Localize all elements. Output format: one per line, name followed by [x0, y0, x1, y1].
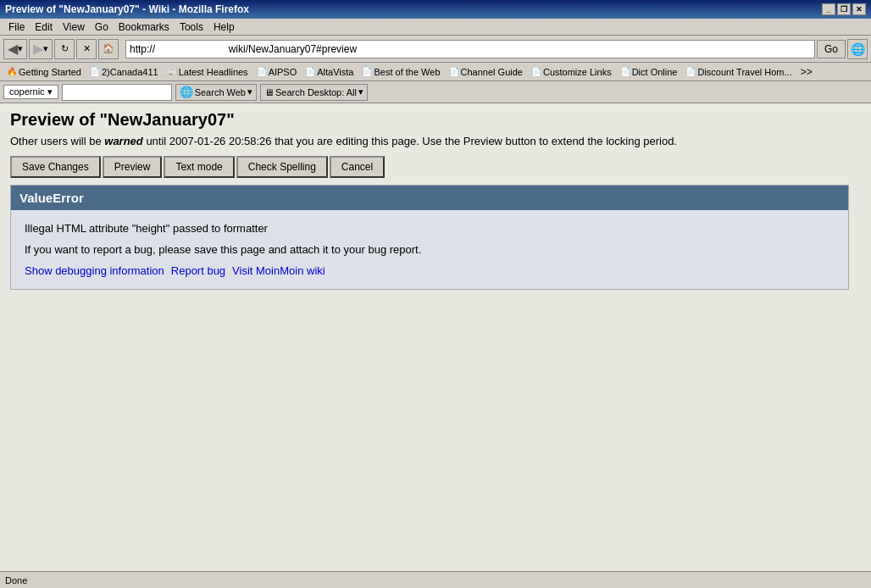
reload-icon: ↻: [61, 43, 69, 54]
home-icon: 🏠: [103, 43, 114, 54]
desktop-search-icon: 🖥: [264, 87, 274, 97]
bookmark-latest-headlines[interactable]: 📰 Latest Headlines: [164, 66, 252, 78]
bookmark-icon-5: 📄: [362, 67, 372, 76]
bookmark-icon-3: 📄: [257, 67, 267, 76]
minimize-button[interactable]: _: [822, 3, 835, 15]
go-button[interactable]: Go: [817, 40, 846, 58]
copernic-dropdown[interactable]: copernic ▾: [3, 85, 58, 99]
back-button[interactable]: ◀▾: [3, 39, 27, 59]
bookmark-altavista[interactable]: 📄 AltaVista: [302, 66, 357, 78]
bookmark-canada411[interactable]: 📄 2)Canada411: [86, 66, 162, 78]
menu-go[interactable]: Go: [90, 19, 114, 35]
menu-bookmarks[interactable]: Bookmarks: [114, 19, 175, 35]
cancel-button[interactable]: Cancel: [330, 156, 385, 178]
search-web-button[interactable]: 🌐 Search Web ▾: [175, 84, 257, 101]
titlebar: Preview of "NewJanuary07" - Wiki - Mozil…: [0, 0, 871, 19]
window-title: Preview of "NewJanuary07" - Wiki - Mozil…: [5, 3, 822, 15]
menu-help[interactable]: Help: [208, 19, 240, 35]
home-button[interactable]: 🏠: [98, 39, 119, 59]
bookmark-channel-guide[interactable]: 📄 Channel Guide: [446, 66, 526, 78]
search-input[interactable]: [62, 84, 172, 101]
menu-file[interactable]: File: [3, 19, 30, 35]
globe-icon: 🌐: [180, 86, 193, 98]
error-links: Show debugging information Report bug Vi…: [25, 264, 835, 277]
error-box: ValueError Illegal HTML attribute "heigh…: [10, 185, 849, 290]
bookmark-discount-travel[interactable]: 📄 Discount Travel Hom...: [682, 66, 795, 78]
bookmark-icon-8: 📄: [620, 67, 630, 76]
forward-button[interactable]: ▶▾: [29, 39, 53, 59]
menubar: File Edit View Go Bookmarks Tools Help: [0, 19, 871, 36]
bookmark-icon-9: 📄: [685, 67, 696, 76]
warning-text: Other users will be warned until 2007-01…: [10, 135, 861, 147]
statusbar: Done: [0, 571, 871, 588]
search-desktop-button[interactable]: 🖥 Search Desktop: All ▾: [260, 84, 368, 101]
bookmark-getting-started[interactable]: 🔥 Getting Started: [3, 66, 85, 78]
stop-icon: ✕: [83, 43, 91, 54]
page-title: Preview of "NewJanuary07": [10, 110, 861, 130]
search-bar: copernic ▾ 🌐 Search Web ▾ 🖥 Search Deskt…: [0, 81, 871, 103]
reload-button[interactable]: ↻: [54, 39, 75, 59]
stop-button[interactable]: ✕: [76, 39, 97, 59]
preview-button[interactable]: Preview: [103, 156, 163, 178]
back-icon: ◀: [8, 41, 18, 57]
save-changes-button[interactable]: Save Changes: [10, 156, 101, 178]
menu-view[interactable]: View: [58, 19, 90, 35]
bookmark-aipso[interactable]: 📄 AIPSO: [253, 66, 301, 78]
error-header: ValueError: [11, 186, 848, 210]
text-mode-button[interactable]: Text mode: [164, 156, 234, 178]
browser-icon: 🌐: [847, 39, 868, 59]
bookmark-icon-1: 📄: [90, 67, 100, 76]
bookmark-icon-2: 📰: [167, 67, 177, 76]
forward-icon: ▶: [33, 41, 43, 57]
close-button[interactable]: ✕: [852, 3, 866, 15]
restore-button[interactable]: ❐: [837, 3, 851, 15]
bookmarks-bar: 🔥 Getting Started 📄 2)Canada411 📰 Latest…: [0, 63, 871, 81]
bookmark-dict-online[interactable]: 📄 Dict Online: [617, 66, 681, 78]
menu-tools[interactable]: Tools: [175, 19, 208, 35]
bookmark-best-of-web[interactable]: 📄 Best of the Web: [358, 66, 443, 78]
navigation-toolbar: ◀▾ ▶▾ ↻ ✕ 🏠 Go 🌐: [0, 36, 871, 63]
visit-moinmoin-link[interactable]: Visit MoinMoin wiki: [232, 264, 325, 277]
show-debugging-link[interactable]: Show debugging information: [25, 264, 164, 277]
bookmark-icon-6: 📄: [449, 67, 459, 76]
bookmark-icon-0: 🔥: [7, 67, 17, 76]
address-bar[interactable]: [125, 40, 815, 58]
action-button-bar: Save Changes Preview Text mode Check Spe…: [10, 156, 861, 178]
error-body: Illegal HTML attribute "height" passed t…: [11, 210, 848, 289]
report-bug-link[interactable]: Report bug: [171, 264, 225, 277]
error-line2: If you want to report a bug, please save…: [25, 243, 835, 256]
bookmark-customize-links[interactable]: 📄 Customize Links: [528, 66, 615, 78]
error-line1: Illegal HTML attribute "height" passed t…: [25, 222, 835, 235]
bookmark-icon-7: 📄: [531, 67, 541, 76]
check-spelling-button[interactable]: Check Spelling: [236, 156, 328, 178]
menu-edit[interactable]: Edit: [30, 19, 58, 35]
bookmark-icon-4: 📄: [305, 67, 315, 76]
status-text: Done: [5, 575, 27, 585]
bookmarks-more-button[interactable]: >>: [797, 65, 816, 79]
main-content: Preview of "NewJanuary07" Other users wi…: [0, 103, 871, 588]
